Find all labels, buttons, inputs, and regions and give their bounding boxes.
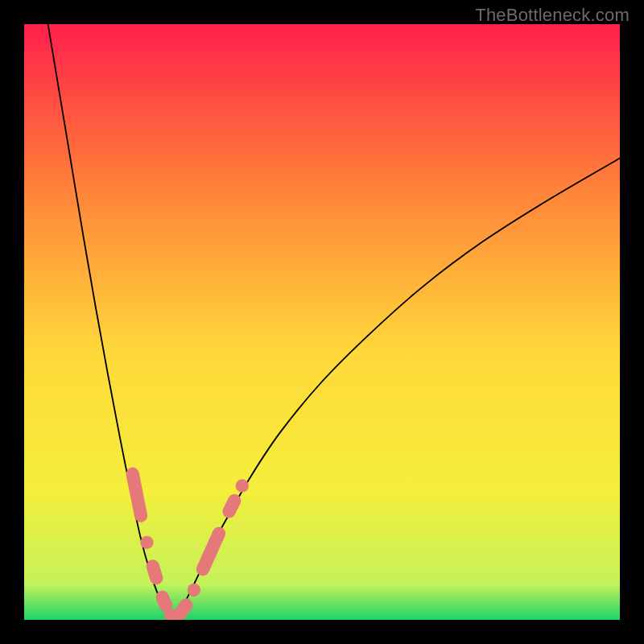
marker-segment	[153, 566, 156, 578]
curve-right-branch	[173, 159, 620, 621]
chart-frame: TheBottleneck.com	[0, 0, 644, 644]
marker-segment	[203, 534, 219, 569]
marker-dot	[188, 584, 200, 597]
marker-segment	[163, 597, 166, 605]
curve-left-branch	[48, 24, 173, 620]
marker-segment	[229, 501, 235, 511]
curve-layer	[24, 24, 620, 620]
marker-dot	[140, 536, 153, 549]
marker-group	[133, 474, 249, 617]
marker-segment	[133, 474, 141, 516]
watermark-text: TheBottleneck.com	[475, 5, 630, 26]
marker-segment	[171, 605, 186, 618]
plot-area	[24, 24, 620, 620]
marker-dot	[236, 479, 249, 492]
